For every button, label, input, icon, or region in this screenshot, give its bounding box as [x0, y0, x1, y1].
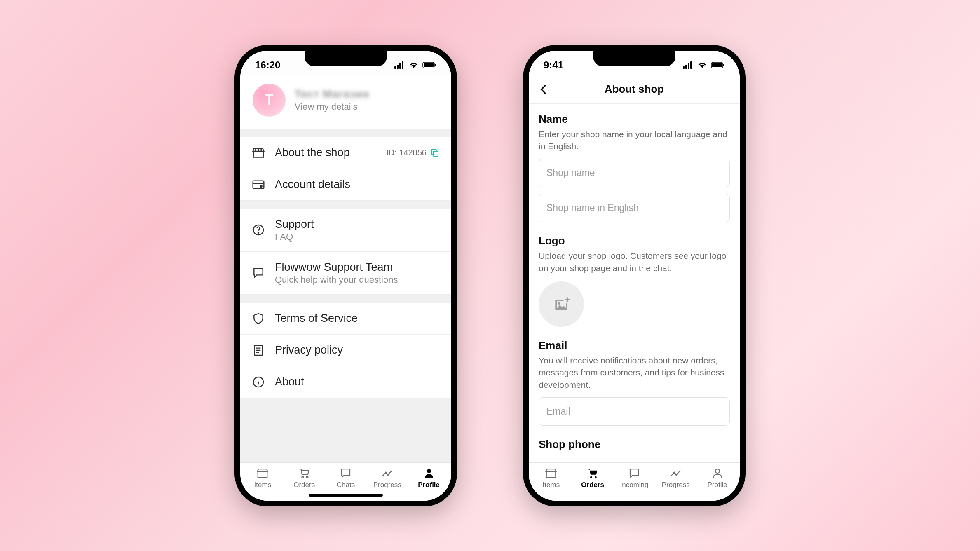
svg-rect-0: [394, 66, 396, 69]
nav-profile[interactable]: Profile: [408, 467, 450, 489]
svg-point-31: [715, 469, 720, 473]
svg-point-28: [595, 476, 597, 478]
email-help: You will receive notifications about new…: [539, 354, 730, 391]
nav-label: Chats: [337, 481, 355, 489]
logo-upload-button[interactable]: [539, 281, 584, 327]
profile-sub: View my details: [295, 101, 370, 112]
menu-about-shop[interactable]: About the shop ID: 142056: [240, 137, 451, 169]
profile-info: Тест Магазин View my details: [295, 88, 370, 112]
email-input[interactable]: [539, 397, 730, 426]
nav-label: Orders: [293, 481, 315, 489]
menu-account-details[interactable]: Account details: [240, 169, 451, 201]
svg-rect-3: [402, 61, 403, 69]
status-icons: [394, 61, 436, 69]
cellular-icon: [683, 61, 694, 69]
cellular-icon: [394, 61, 405, 69]
svg-point-15: [307, 476, 308, 478]
device-notch: [305, 51, 387, 66]
logo-label: Logo: [539, 234, 730, 247]
screen-title: About shop: [605, 83, 664, 96]
section-name: Name Enter your shop name in your local …: [539, 113, 730, 223]
menu-sub: FAQ: [275, 232, 440, 242]
image-add-icon: [552, 295, 570, 313]
shop-icon: [256, 467, 269, 479]
svg-rect-8: [253, 181, 264, 188]
menu-terms[interactable]: Terms of Service: [240, 303, 451, 335]
shop-id-text: ID: 142056: [386, 148, 427, 157]
nav-orders[interactable]: Orders: [572, 467, 614, 489]
divider: [240, 398, 451, 462]
nav-label: Items: [543, 481, 560, 489]
svg-point-27: [590, 476, 592, 478]
status-time: 9:41: [544, 59, 563, 71]
svg-point-14: [302, 476, 304, 478]
menu-support[interactable]: Support FAQ: [240, 209, 451, 252]
svg-rect-6: [435, 64, 436, 66]
nav-label: Profile: [418, 481, 440, 489]
shop-name-en-input[interactable]: [539, 194, 730, 222]
svg-point-9: [260, 185, 262, 187]
document-icon: [252, 344, 265, 357]
chart-icon: [381, 467, 394, 479]
nav-items[interactable]: Items: [530, 467, 572, 489]
name-help: Enter your shop name in your local langu…: [539, 128, 730, 152]
nav-orders[interactable]: Orders: [284, 467, 325, 489]
battery-icon: [711, 61, 725, 69]
nav-items[interactable]: Items: [242, 467, 284, 489]
nav-label: Orders: [581, 481, 604, 489]
section-logo: Logo Upload your shop logo. Customers se…: [539, 234, 730, 327]
menu-support-team[interactable]: Flowwow Support Team Quick help with you…: [240, 252, 451, 295]
svg-rect-25: [723, 64, 724, 66]
profile-name: Тест Магазин: [295, 88, 370, 101]
nav-label: Profile: [707, 481, 727, 489]
svg-rect-22: [690, 61, 692, 69]
device-notch: [593, 51, 675, 66]
phone-profile-screen: 16:20 T Тест Магазин View my details Abo…: [234, 45, 457, 506]
svg-rect-24: [712, 63, 722, 67]
shop-name-input[interactable]: [539, 159, 730, 187]
svg-point-18: [427, 469, 431, 473]
shop-icon: [545, 467, 557, 479]
nav-incoming[interactable]: Incoming: [614, 467, 655, 489]
help-icon: [252, 223, 265, 237]
home-indicator[interactable]: [309, 494, 383, 497]
svg-point-26: [558, 302, 560, 305]
nav-profile[interactable]: Profile: [696, 467, 738, 489]
menu-title: About the shop: [275, 146, 376, 159]
svg-rect-7: [433, 151, 438, 156]
screen: 16:20 T Тест Магазин View my details Abo…: [240, 51, 451, 501]
form-body: Name Enter your shop name in your local …: [529, 104, 740, 462]
svg-point-29: [674, 472, 675, 473]
menu-about[interactable]: About: [240, 366, 451, 398]
status-time: 16:20: [255, 59, 280, 71]
nav-progress[interactable]: Progress: [366, 467, 408, 489]
section-phone: Shop phone: [539, 438, 730, 451]
chat-icon: [340, 467, 352, 479]
svg-point-30: [676, 474, 677, 475]
shop-id: ID: 142056: [386, 148, 440, 158]
profile-header[interactable]: T Тест Магазин View my details: [240, 75, 451, 129]
menu-privacy[interactable]: Privacy policy: [240, 335, 451, 366]
phone-about-shop-screen: 9:41 About shop Name Enter your shop nam…: [523, 45, 746, 506]
menu-sub: Quick help with your questions: [275, 274, 440, 285]
svg-rect-21: [688, 63, 689, 69]
nav-label: Items: [254, 481, 272, 489]
copy-icon[interactable]: [430, 148, 440, 158]
section-email: Email You will receive notifications abo…: [539, 339, 730, 426]
menu-title: Privacy policy: [275, 344, 440, 356]
cart-icon: [298, 467, 310, 479]
back-icon[interactable]: [537, 83, 550, 96]
person-icon: [711, 467, 724, 479]
chat-icon: [252, 266, 265, 279]
svg-point-17: [387, 474, 389, 475]
menu-title: Flowwow Support Team: [275, 261, 440, 274]
avatar: T: [253, 84, 286, 117]
nav-progress[interactable]: Progress: [655, 467, 696, 489]
nav-chats[interactable]: Chats: [325, 467, 367, 489]
nav-label: Progress: [373, 481, 401, 489]
wifi-icon: [408, 61, 419, 69]
info-icon: [252, 375, 265, 389]
svg-rect-2: [399, 63, 401, 69]
cart-icon: [586, 467, 599, 479]
svg-rect-1: [397, 65, 399, 69]
